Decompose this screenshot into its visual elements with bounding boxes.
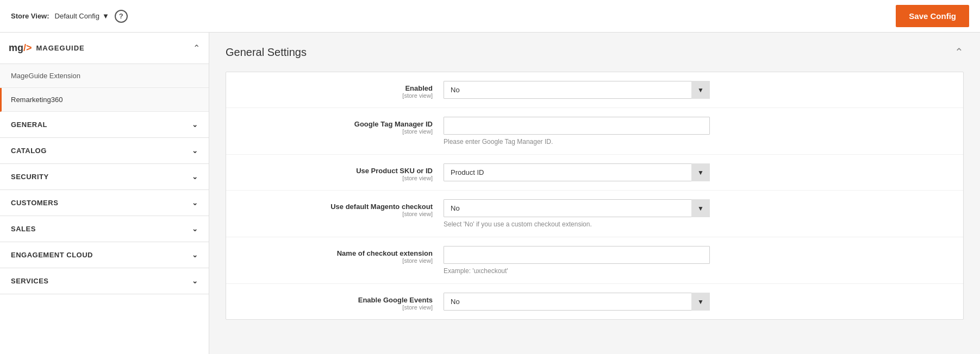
gtm-id-hint: Please enter Google Tag Manager ID. bbox=[444, 138, 952, 146]
default-checkout-hint: Select 'No' if you use a custom checkout… bbox=[444, 220, 952, 228]
chevron-down-icon: ⌄ bbox=[192, 147, 198, 155]
sidebar-section-services: SERVICES ⌄ bbox=[0, 268, 209, 294]
form-container: Enabled [store view] No Yes ▼ Goog bbox=[226, 72, 964, 320]
form-row-checkout-extension: Name of checkout extension [store view] … bbox=[226, 237, 963, 284]
sidebar-section-customers-header[interactable]: CUSTOMERS ⌄ bbox=[0, 190, 209, 216]
store-view-select[interactable]: Default Config ▼ bbox=[55, 12, 109, 20]
google-events-sublabel: [store view] bbox=[237, 304, 433, 311]
google-events-select-wrapper: No Yes ▼ bbox=[444, 293, 710, 311]
checkout-extension-label: Name of checkout extension bbox=[237, 249, 433, 257]
sidebar-section-security-header[interactable]: SECURITY ⌄ bbox=[0, 164, 209, 189]
sidebar: mg/> MAGEGUIDE ⌃ MageGuide Extension Rem… bbox=[0, 33, 209, 354]
sidebar-section-catalog: CATALOG ⌄ bbox=[0, 138, 209, 164]
sidebar-header[interactable]: mg/> MAGEGUIDE ⌃ bbox=[0, 33, 209, 64]
google-events-control: No Yes ▼ bbox=[444, 293, 952, 311]
section-title: General Settings bbox=[226, 46, 307, 59]
checkout-extension-input[interactable] bbox=[444, 246, 710, 264]
form-label-group-enabled: Enabled [store view] bbox=[237, 81, 444, 99]
form-label-group-default-checkout: Use default Magento checkout [store view… bbox=[237, 199, 444, 217]
sidebar-section-general: GENERAL ⌄ bbox=[0, 112, 209, 138]
store-view-label: Store View: bbox=[11, 12, 49, 20]
product-sku-id-control: Product ID Product SKU ▼ bbox=[444, 163, 952, 181]
form-row-default-checkout: Use default Magento checkout [store view… bbox=[226, 191, 963, 237]
form-label-group-google-events: Enable Google Events [store view] bbox=[237, 293, 444, 311]
form-label-group-checkout-extension: Name of checkout extension [store view] bbox=[237, 246, 444, 264]
save-config-button[interactable]: Save Config bbox=[896, 5, 969, 27]
product-sku-id-select[interactable]: Product ID Product SKU bbox=[444, 163, 710, 181]
content-area: General Settings ⌃ Enabled [store view] … bbox=[209, 33, 980, 354]
gtm-id-control: Please enter Google Tag Manager ID. bbox=[444, 117, 952, 146]
sidebar-collapse-icon: ⌃ bbox=[193, 43, 200, 53]
sidebar-section-services-header[interactable]: SERVICES ⌄ bbox=[0, 268, 209, 294]
store-view-value: Default Config bbox=[55, 12, 99, 20]
logo-text: MAGEGUIDE bbox=[36, 44, 85, 52]
top-bar: Store View: Default Config ▼ ? Save Conf… bbox=[0, 0, 980, 33]
sidebar-section-engagement-cloud-header[interactable]: ENGAGEMENT CLOUD ⌄ bbox=[0, 242, 209, 268]
sidebar-section-catalog-header[interactable]: CATALOG ⌄ bbox=[0, 138, 209, 163]
chevron-down-icon: ⌄ bbox=[192, 277, 198, 285]
google-events-select[interactable]: No Yes bbox=[444, 293, 710, 311]
google-events-label: Enable Google Events bbox=[237, 296, 433, 304]
sidebar-section-general-header[interactable]: GENERAL ⌄ bbox=[0, 112, 209, 137]
chevron-down-icon: ⌄ bbox=[192, 199, 198, 207]
gtm-id-label: Google Tag Manager ID bbox=[237, 120, 433, 128]
sidebar-section-engagement-cloud: ENGAGEMENT CLOUD ⌄ bbox=[0, 242, 209, 268]
sidebar-section-sales: SALES ⌄ bbox=[0, 216, 209, 242]
enabled-sublabel: [store view] bbox=[237, 92, 433, 99]
sidebar-item-remarketing360[interactable]: Remarketing360 bbox=[0, 88, 209, 112]
section-collapse-icon[interactable]: ⌃ bbox=[954, 46, 964, 59]
checkout-extension-sublabel: [store view] bbox=[237, 257, 433, 264]
sidebar-section-sales-header[interactable]: SALES ⌄ bbox=[0, 216, 209, 242]
chevron-down-icon: ⌄ bbox=[192, 173, 198, 181]
sidebar-section-security: SECURITY ⌄ bbox=[0, 164, 209, 190]
main-layout: mg/> MAGEGUIDE ⌃ MageGuide Extension Rem… bbox=[0, 33, 980, 354]
form-label-group-product-sku-id: Use Product SKU or ID [store view] bbox=[237, 163, 444, 181]
default-checkout-control: No Yes ▼ Select 'No' if you use a custom… bbox=[444, 199, 952, 228]
form-row-product-sku-id: Use Product SKU or ID [store view] Produ… bbox=[226, 155, 963, 191]
gtm-id-input[interactable] bbox=[444, 117, 710, 135]
default-checkout-label: Use default Magento checkout bbox=[237, 203, 433, 211]
form-row-enabled: Enabled [store view] No Yes ▼ bbox=[226, 72, 963, 108]
default-checkout-select[interactable]: No Yes bbox=[444, 199, 710, 217]
checkout-extension-hint: Example: 'uxcheckout' bbox=[444, 267, 952, 275]
default-checkout-select-wrapper: No Yes ▼ bbox=[444, 199, 710, 217]
checkout-extension-control: Example: 'uxcheckout' bbox=[444, 246, 952, 275]
store-view-chevron-icon: ▼ bbox=[102, 12, 109, 20]
sidebar-item-mageguide-extension[interactable]: MageGuide Extension bbox=[0, 64, 209, 88]
enabled-select[interactable]: No Yes bbox=[444, 81, 710, 99]
logo-mg: mg/> bbox=[9, 42, 32, 54]
form-label-group-gtm-id: Google Tag Manager ID [store view] bbox=[237, 117, 444, 135]
chevron-down-icon: ⌄ bbox=[192, 251, 198, 259]
form-row-gtm-id: Google Tag Manager ID [store view] Pleas… bbox=[226, 108, 963, 155]
gtm-id-sublabel: [store view] bbox=[237, 128, 433, 135]
enabled-control: No Yes ▼ bbox=[444, 81, 952, 99]
enabled-select-wrapper: No Yes ▼ bbox=[444, 81, 710, 99]
product-sku-id-sublabel: [store view] bbox=[237, 175, 433, 181]
top-bar-left: Store View: Default Config ▼ ? bbox=[11, 10, 128, 23]
help-icon[interactable]: ? bbox=[115, 10, 128, 23]
chevron-down-icon: ⌄ bbox=[192, 225, 198, 233]
sidebar-logo: mg/> MAGEGUIDE bbox=[9, 42, 85, 54]
form-row-google-events: Enable Google Events [store view] No Yes… bbox=[226, 284, 963, 319]
chevron-down-icon: ⌄ bbox=[192, 121, 198, 129]
enabled-label: Enabled bbox=[237, 84, 433, 92]
product-sku-id-select-wrapper: Product ID Product SKU ▼ bbox=[444, 163, 710, 181]
section-title-bar: General Settings ⌃ bbox=[226, 46, 964, 59]
default-checkout-sublabel: [store view] bbox=[237, 211, 433, 217]
sidebar-section-customers: CUSTOMERS ⌄ bbox=[0, 190, 209, 216]
product-sku-id-label: Use Product SKU or ID bbox=[237, 167, 433, 175]
